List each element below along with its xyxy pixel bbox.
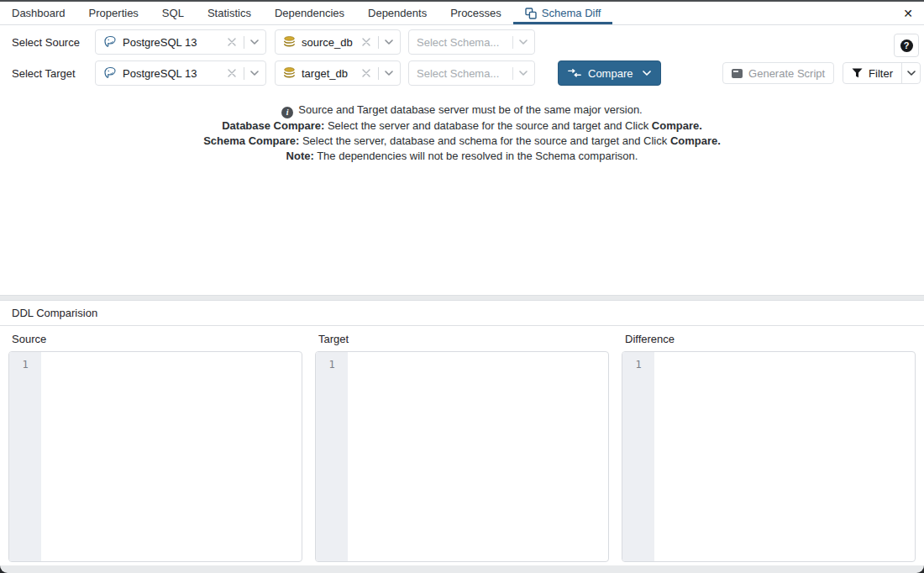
target-schema-placeholder: Select Schema... [417,67,507,80]
select-source-row: Select Source PostgreSQL 13 [0,29,924,55]
combo-divider [512,67,513,80]
ddl-source-editor[interactable]: 1 [8,351,302,562]
generate-script-button[interactable]: Generate Script [722,62,834,84]
script-icon [732,69,743,78]
chevron-down-icon[interactable] [643,71,651,76]
line-number: 1 [22,359,28,371]
chevron-down-icon[interactable] [519,71,528,76]
clear-icon[interactable] [226,67,238,79]
tab-dashboard[interactable]: Dashboard [0,2,77,24]
combo-divider [512,36,513,49]
filter-button[interactable]: Filter [843,63,901,83]
target-row-actions: Generate Script Filter [722,62,921,84]
combo-divider [244,67,244,80]
ddl-target-editor[interactable]: 1 [315,351,609,562]
select-source-label: Select Source [0,36,95,49]
chevron-down-icon[interactable] [385,39,393,45]
tab-bar: Dashboard Properties SQL Statistics Depe… [0,2,924,25]
ddl-difference-editor[interactable]: 1 [622,351,916,562]
ddl-editors: 1 1 1 [8,351,916,562]
source-server-select[interactable]: PostgreSQL 13 [95,29,266,55]
compare-arrows-icon [568,69,581,77]
database-icon [283,67,296,80]
ddl-target-content[interactable] [348,352,608,561]
ddl-source-content[interactable] [41,352,302,561]
help-button[interactable]: ? [894,34,919,57]
clear-icon[interactable] [360,67,372,79]
select-target-label: Select Target [0,67,95,80]
clear-icon[interactable] [360,36,372,48]
info-line-schema-compare: Schema Compare: Select the server, datab… [0,134,924,149]
source-schema-select[interactable]: Select Schema... [408,29,535,55]
source-database-select[interactable]: source_db [275,29,401,55]
target-database-value: target_db [302,67,360,80]
chevron-down-icon[interactable] [385,71,393,76]
ddl-comparison-header: DDL Comparision [0,300,924,326]
filter-dropdown-button[interactable] [901,63,920,83]
schema-diff-controls-panel: Select Source PostgreSQL 13 [0,25,924,296]
line-number: 1 [328,359,334,371]
schema-diff-window: Dashboard Properties SQL Statistics Depe… [0,0,924,573]
source-database-value: source_db [302,36,360,49]
filter-button-group: Filter [843,62,921,84]
close-icon[interactable]: ✕ [892,2,924,24]
database-icon [283,36,296,49]
line-number-gutter: 1 [622,352,654,561]
ddl-difference-content[interactable] [654,352,915,561]
ddl-comparison-body: Source Target Difference 1 1 1 [0,326,924,565]
chevron-down-icon[interactable] [250,71,259,76]
combo-divider [378,36,379,49]
combo-divider [378,67,379,80]
schema-diff-icon [525,8,537,19]
tab-statistics[interactable]: Statistics [196,2,263,24]
source-schema-placeholder: Select Schema... [417,36,507,49]
target-schema-select[interactable]: Select Schema... [408,60,535,86]
target-server-value: PostgreSQL 13 [123,67,226,80]
info-line-version: iSource and Target database server must … [0,103,924,118]
info-line-database-compare: Database Compare: Select the server and … [0,118,924,134]
select-target-row: Select Target PostgreSQL 13 [0,60,924,86]
ddl-difference-label: Difference [622,333,916,345]
ddl-source-label: Source [8,333,302,345]
line-number-gutter: 1 [316,352,348,561]
combo-divider [244,36,244,49]
tab-sql[interactable]: SQL [150,2,196,24]
tab-properties[interactable]: Properties [77,2,150,24]
tab-dependents[interactable]: Dependents [356,2,438,24]
chevron-down-icon[interactable] [250,39,259,45]
info-icon: i [281,107,293,118]
ddl-target-label: Target [315,333,609,345]
tab-dependencies[interactable]: Dependencies [263,2,356,24]
ddl-panel-headers: Source Target Difference [8,333,916,345]
compare-button[interactable]: Compare [558,60,661,86]
postgresql-icon [103,35,117,49]
ddl-comparison-title: DDL Comparision [12,307,97,319]
filter-funnel-icon [852,68,863,78]
clear-icon[interactable] [226,36,238,48]
tab-processes[interactable]: Processes [438,2,513,24]
schema-diff-help-text: iSource and Target database server must … [0,103,924,164]
info-line-note: Note: The dependencies will not be resol… [0,149,924,164]
target-server-select[interactable]: PostgreSQL 13 [95,60,266,86]
help-icon: ? [900,39,913,52]
line-number-gutter: 1 [9,352,41,561]
line-number: 1 [635,359,641,371]
source-server-value: PostgreSQL 13 [123,36,226,49]
postgresql-icon [103,66,117,80]
target-database-select[interactable]: target_db [275,60,401,86]
chevron-down-icon[interactable] [519,39,528,45]
tab-schema-diff[interactable]: Schema Diff [513,2,613,24]
